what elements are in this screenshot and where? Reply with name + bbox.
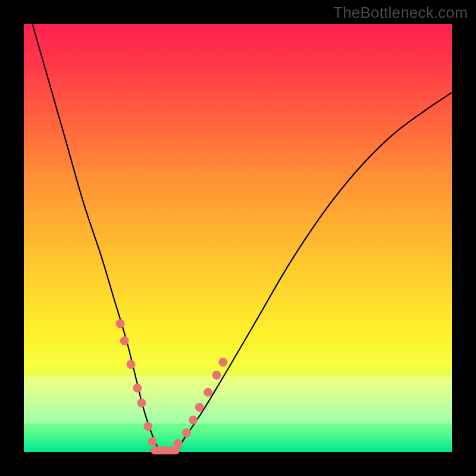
beads-right-group: [174, 358, 228, 448]
bead-icon: [116, 320, 125, 328]
bead-icon: [127, 360, 136, 369]
bead-icon: [120, 336, 129, 345]
plot-area: [24, 24, 452, 452]
bead-icon: [203, 388, 212, 397]
watermark-text: TheBottleneck.com: [333, 4, 468, 22]
bead-icon: [133, 384, 142, 393]
bead-icon: [137, 399, 146, 408]
bead-icon: [174, 439, 183, 448]
bead-icon: [143, 422, 152, 431]
bead-icon: [189, 416, 198, 425]
beads-left-group: [116, 320, 157, 446]
bottleneck-curve: [32, 24, 452, 455]
bead-icon: [148, 437, 157, 446]
bead-icon: [182, 428, 191, 437]
curve-layer: [24, 24, 452, 452]
bead-icon: [218, 358, 227, 367]
chart-frame: TheBottleneck.com: [0, 0, 476, 476]
bead-icon: [195, 403, 204, 412]
bead-icon: [212, 371, 221, 380]
